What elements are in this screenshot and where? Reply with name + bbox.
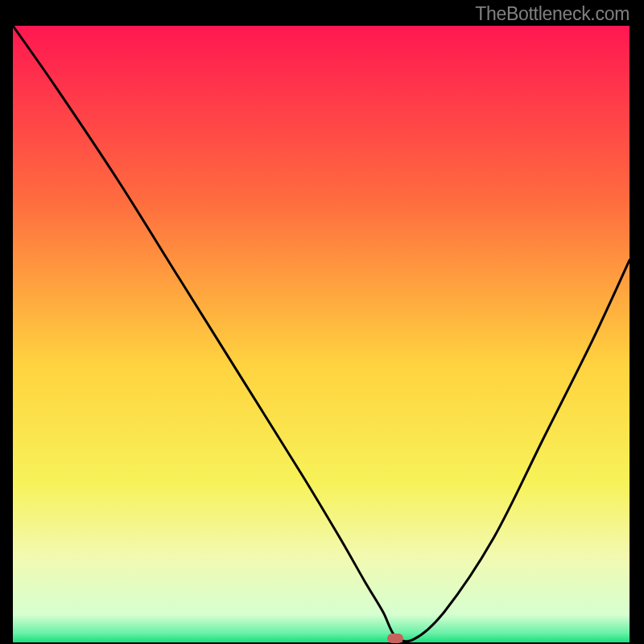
watermark-text: TheBottleneck.com [475,3,630,25]
chart-frame [13,26,630,642]
gradient-background [13,26,630,642]
bottleneck-chart [13,26,630,642]
